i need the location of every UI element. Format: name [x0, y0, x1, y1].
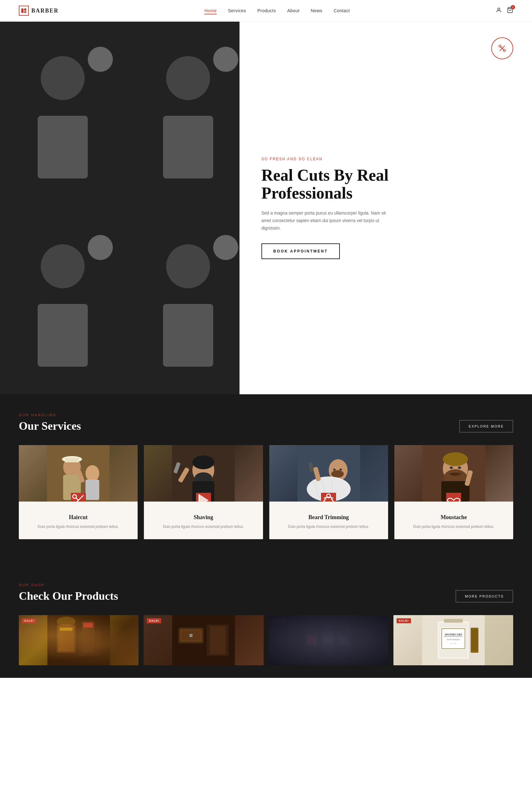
nav-icons: 1: [496, 7, 513, 15]
logo-text: BARBER: [31, 7, 59, 14]
nav-item-products[interactable]: Products: [258, 8, 276, 14]
svg-rect-21: [61, 240, 63, 315]
scissors-circle-icon: [491, 37, 513, 59]
svg-rect-24: [85, 240, 87, 315]
svg-point-36: [111, 228, 115, 231]
svg-rect-0: [21, 8, 23, 13]
svg-rect-134: [323, 637, 332, 645]
products-title: Check Our Products: [19, 590, 118, 602]
product-image-3: SALE!: [269, 615, 388, 665]
svg-rect-114: [60, 628, 72, 631]
svg-rect-128: [305, 626, 318, 654]
nav-item-contact[interactable]: Contact: [334, 8, 350, 14]
svg-rect-20: [53, 240, 55, 315]
service-desc-moustache: Duis porta ligula rhoncus euismod pretiu…: [401, 524, 507, 530]
product-sale-badge-4: SALE!: [397, 618, 411, 623]
svg-rect-113: [58, 626, 74, 651]
more-products-button[interactable]: MORE PRODUCTS: [456, 590, 513, 602]
svg-point-107: [450, 466, 453, 469]
explore-more-button[interactable]: EXPLORE MORE: [459, 420, 513, 432]
svg-point-52: [113, 189, 118, 193]
nav-item-news[interactable]: News: [311, 8, 322, 14]
nav-link-home[interactable]: Home: [204, 8, 216, 15]
svg-rect-44: [98, 232, 120, 333]
nav-item-services[interactable]: Services: [228, 8, 246, 14]
svg-point-94: [339, 469, 342, 470]
nav-link-services[interactable]: Services: [228, 8, 246, 13]
cart-badge: 1: [511, 5, 515, 10]
svg-point-50: [96, 198, 122, 217]
cart-icon-button[interactable]: 1: [507, 7, 513, 15]
svg-rect-15: [149, 70, 202, 139]
svg-point-93: [333, 469, 336, 470]
beard-icon-badge: [321, 493, 336, 502]
hero-photo: [0, 22, 240, 394]
svg-rect-124: [210, 626, 225, 654]
product-sale-badge-3: SALE!: [272, 618, 286, 623]
logo[interactable]: BARBER: [19, 6, 59, 16]
svg-point-108: [458, 466, 461, 469]
svg-rect-59: [68, 255, 90, 294]
svg-rect-7: [98, 22, 114, 38]
svg-point-78: [73, 494, 76, 499]
svg-point-51: [99, 189, 105, 193]
product-card-3: SALE!: [269, 615, 388, 665]
hero-tagline: SO FRESH AND SO CLEAN: [262, 157, 513, 161]
svg-rect-117: [83, 623, 93, 628]
svg-text:EST. 1885: EST. 1885: [450, 643, 457, 644]
svg-rect-125: [189, 634, 192, 637]
svg-rect-60: [16, 261, 26, 280]
svg-rect-1: [24, 8, 26, 11]
user-icon-button[interactable]: [496, 7, 502, 15]
service-body-moustache: Moustache Duis porta ligula rhoncus euis…: [394, 502, 513, 539]
svg-rect-76: [86, 480, 99, 500]
service-body-beard: Beard Trimming Duis porta ligula rhoncus…: [269, 502, 388, 539]
nav-item-home[interactable]: Home: [204, 8, 216, 14]
svg-rect-149: [472, 629, 473, 651]
svg-rect-10: [19, 67, 45, 104]
svg-point-137: [324, 630, 327, 632]
service-desc-haircut: Duis porta ligula rhoncus euismod pretiu…: [25, 524, 131, 530]
svg-rect-133: [306, 635, 317, 645]
svg-rect-14: [147, 67, 205, 142]
svg-rect-131: [338, 626, 354, 654]
barber-scene-svg: [0, 22, 240, 394]
book-appointment-button[interactable]: BOOK APPOINTMENT: [262, 243, 340, 259]
product-card-1: SALE!: [19, 615, 138, 665]
svg-point-95: [331, 470, 344, 478]
svg-point-58: [153, 216, 162, 225]
svg-rect-22: [69, 240, 71, 315]
nav-link-products[interactable]: Products: [258, 8, 276, 13]
service-image-haircut: [19, 445, 138, 502]
products-grid: SALE! SALE!: [19, 615, 513, 665]
nav-link-contact[interactable]: Contact: [334, 8, 350, 13]
svg-rect-29: [125, 240, 127, 315]
svg-rect-55: [141, 208, 155, 221]
svg-rect-144: [444, 636, 463, 637]
svg-rect-25: [93, 240, 95, 315]
svg-point-8: [64, 35, 149, 61]
shaving-icon-badge: [196, 493, 211, 502]
navigation: BARBER Home Services Products About News…: [0, 0, 532, 22]
svg-rect-30: [133, 240, 134, 315]
svg-rect-130: [322, 629, 333, 654]
svg-rect-27: [109, 240, 111, 315]
svg-rect-45: [102, 205, 116, 232]
service-card-moustache: Moustache Duis porta ligula rhoncus euis…: [394, 445, 513, 539]
svg-rect-74: [65, 457, 79, 462]
svg-line-82: [76, 498, 78, 500]
nav-link-news[interactable]: News: [311, 8, 322, 13]
services-header-left: OUR HANDLING Our Services: [19, 413, 81, 432]
svg-rect-5: [0, 22, 240, 394]
svg-rect-112: [57, 624, 76, 653]
svg-rect-63: [0, 330, 240, 394]
svg-rect-9: [16, 64, 48, 107]
service-image-beard: [269, 445, 388, 502]
nav-item-about[interactable]: About: [287, 8, 299, 14]
nav-link-about[interactable]: About: [287, 8, 299, 13]
svg-rect-115: [79, 631, 101, 656]
svg-point-118: [57, 617, 76, 626]
svg-rect-150: [473, 629, 474, 651]
svg-rect-43: [85, 232, 133, 333]
products-section: OUR SHOP Check Our Products MORE PRODUCT…: [0, 564, 532, 678]
